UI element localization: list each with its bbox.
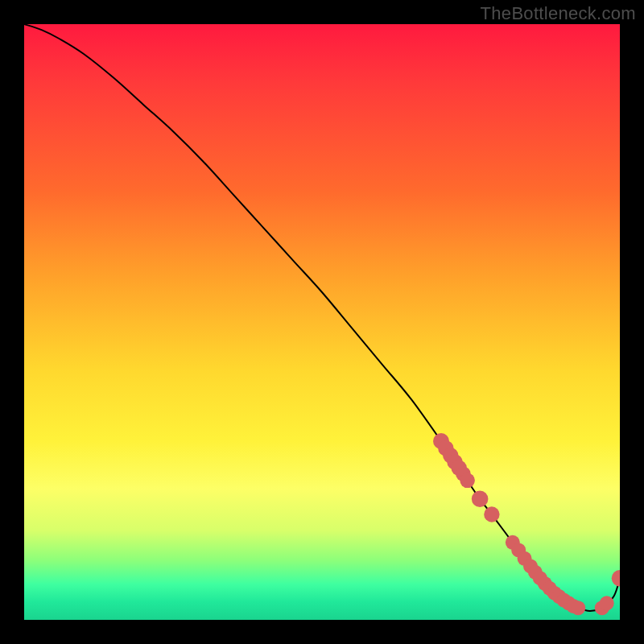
highlight-dot <box>612 570 620 587</box>
highlight-dot <box>460 473 475 489</box>
highlight-dots-group <box>433 433 620 615</box>
gradient-plot-area <box>24 24 620 620</box>
highlight-dot <box>484 506 499 522</box>
chart-frame: TheBottleneck.com <box>0 0 644 644</box>
watermark-text: TheBottleneck.com <box>481 3 636 24</box>
highlight-dot <box>571 601 585 615</box>
highlight-dot <box>472 491 489 508</box>
bottleneck-curve-path <box>24 24 620 611</box>
bottleneck-curve-svg <box>24 24 620 620</box>
highlight-dot <box>600 596 614 610</box>
